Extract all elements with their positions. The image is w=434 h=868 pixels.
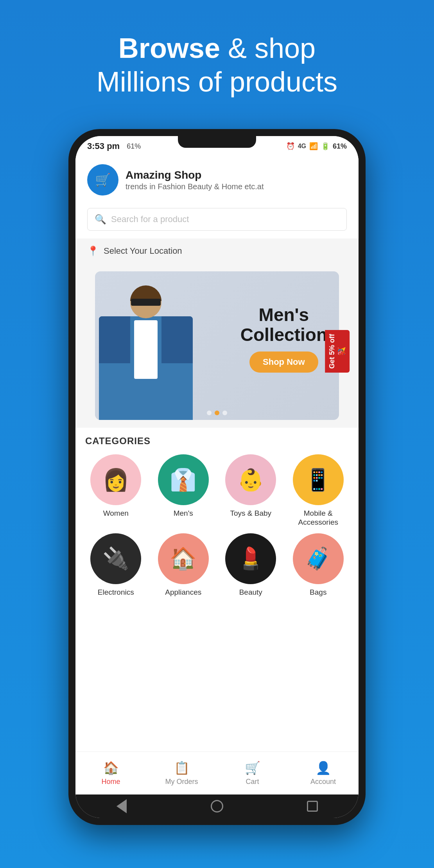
category-beauty[interactable]: 💄 Beauty <box>220 533 282 597</box>
electronics-icon: 🔌 <box>102 546 129 571</box>
category-mens[interactable]: 👔 Men's <box>153 454 214 527</box>
mobile-icon: 📱 <box>305 467 332 493</box>
battery-pct-right: 61% <box>333 142 347 151</box>
banner-figure <box>95 279 197 420</box>
categories-row-1: 👩 Women 👔 Men's 👶 Toys & <box>85 454 349 527</box>
category-appliances-image: 🏠 <box>158 533 209 584</box>
category-appliances-label: Appliances <box>165 588 201 597</box>
search-input-wrap[interactable]: 🔍 Search for a product <box>87 208 347 231</box>
nav-orders-label: My Orders <box>165 778 198 786</box>
cart-icon: 🛒 <box>95 172 111 187</box>
category-toys-label: Toys & Baby <box>230 509 271 518</box>
phone-notch <box>178 136 256 148</box>
toys-icon: 👶 <box>237 467 264 493</box>
category-electronics-image: 🔌 <box>90 533 141 584</box>
account-icon: 👤 <box>316 760 331 775</box>
appliances-icon: 🏠 <box>170 546 197 571</box>
category-bags-label: Bags <box>310 588 326 597</box>
dot-1 <box>207 411 212 415</box>
category-mobile-label: Mobile &Accessories <box>298 509 338 527</box>
category-toys-image: 👶 <box>225 454 276 505</box>
gesture-bar <box>75 794 359 818</box>
phone-screen: 3:53 pm 61% ⏰ 4G 📶 🔋 61% 🛒 Amazing Shop … <box>75 136 359 818</box>
search-placeholder: Search for a product <box>111 214 189 224</box>
category-bags-image: 🧳 <box>293 533 344 584</box>
figure-shirt <box>134 320 158 379</box>
dot-3 <box>222 411 227 415</box>
category-toys[interactable]: 👶 Toys & Baby <box>220 454 282 527</box>
network-icon: 4G <box>298 143 306 150</box>
category-women-label: Women <box>103 509 129 518</box>
nav-cart-label: Cart <box>246 778 259 786</box>
nav-cart[interactable]: 🛒 Cart <box>217 752 288 794</box>
category-women[interactable]: 👩 Women <box>85 454 147 527</box>
banner-title: Men'sCollection <box>240 305 327 344</box>
orders-icon: 📋 <box>174 760 190 775</box>
figure-lapel-left <box>99 316 130 363</box>
nav-account[interactable]: 👤 Account <box>288 752 359 794</box>
category-mens-image: 👔 <box>158 454 209 505</box>
categories-row-2: 🔌 Electronics 🏠 Appliances 💄 <box>85 533 349 597</box>
nav-home[interactable]: 🏠 Home <box>75 752 146 794</box>
figure-glasses <box>131 299 161 306</box>
bottom-nav: 🏠 Home 📋 My Orders 🛒 Cart 👤 Account <box>75 751 359 794</box>
category-electronics-label: Electronics <box>98 588 134 597</box>
status-battery-left: 61% <box>127 142 141 151</box>
app-name: Amazing Shop <box>126 169 264 181</box>
category-bags[interactable]: 🧳 Bags <box>288 533 349 597</box>
back-icon <box>117 799 127 813</box>
app-logo: 🛒 <box>87 164 118 195</box>
category-mens-label: Men's <box>174 509 193 518</box>
category-beauty-label: Beauty <box>239 588 262 597</box>
nav-orders[interactable]: 📋 My Orders <box>146 752 217 794</box>
home-button[interactable] <box>210 799 224 813</box>
nav-home-label: Home <box>101 778 120 786</box>
banner[interactable]: Men'sCollection Shop Now <box>95 271 339 420</box>
banner-content: Men'sCollection Shop Now <box>95 271 339 420</box>
beauty-icon: 💄 <box>237 546 264 571</box>
cart-nav-icon: 🛒 <box>245 760 260 775</box>
home-icon: 🏠 <box>103 760 119 775</box>
hero-bold-text: Browse <box>118 32 220 64</box>
promo-icon: 🎉 <box>338 347 346 356</box>
home-gesture-icon <box>211 800 223 812</box>
shop-now-button[interactable]: Shop Now <box>249 352 318 373</box>
category-beauty-image: 💄 <box>225 533 276 584</box>
back-button[interactable] <box>115 799 129 813</box>
hero-header: Browse & shop Millions of products <box>0 31 434 99</box>
status-icons: ⏰ 4G 📶 🔋 61% <box>286 142 347 151</box>
categories-section: CATEGORIES 👩 Women 👔 Men's <box>75 428 359 604</box>
category-electronics[interactable]: 🔌 Electronics <box>85 533 147 597</box>
location-pin-icon: 📍 <box>87 246 99 256</box>
banner-text-area: Men'sCollection Shop Now <box>240 305 327 373</box>
category-mobile-image: 📱 <box>293 454 344 505</box>
location-bar[interactable]: 📍 Select Your Location <box>75 239 359 264</box>
phone-frame: 3:53 pm 61% ⏰ 4G 📶 🔋 61% 🛒 Amazing Shop … <box>68 129 366 825</box>
category-mobile[interactable]: 📱 Mobile &Accessories <box>288 454 349 527</box>
nav-account-label: Account <box>310 778 336 786</box>
status-time: 3:53 pm <box>87 141 120 151</box>
bags-icon: 🧳 <box>305 546 332 571</box>
women-icon: 👩 <box>102 467 129 493</box>
promo-text: Get 5% off <box>328 334 337 369</box>
figure-lapel-right <box>161 316 193 363</box>
category-appliances[interactable]: 🏠 Appliances <box>153 533 214 597</box>
promo-tab[interactable]: Get 5% off 🎉 <box>325 330 350 373</box>
alarm-icon: ⏰ <box>286 142 295 151</box>
recents-icon <box>307 801 318 812</box>
scrollable-content: CATEGORIES 👩 Women 👔 Men's <box>75 428 359 751</box>
app-tagline: trends in Fashion Beauty & Home etc.at <box>126 182 264 191</box>
hero-normal-text: & shop <box>228 32 316 64</box>
category-women-image: 👩 <box>90 454 141 505</box>
banner-container: Men'sCollection Shop Now Get 5% off 🎉 <box>85 267 349 424</box>
location-text: Select Your Location <box>104 246 182 256</box>
banner-dots <box>207 411 227 415</box>
search-icon: 🔍 <box>95 214 106 225</box>
signal-icon: 📶 <box>309 142 318 151</box>
categories-title: CATEGORIES <box>85 436 349 447</box>
recents-button[interactable] <box>305 799 319 813</box>
mens-icon: 👔 <box>170 467 197 493</box>
hero-subtitle: Millions of products <box>0 65 434 99</box>
search-bar: 🔍 Search for a product <box>75 203 359 239</box>
app-info: Amazing Shop trends in Fashion Beauty & … <box>126 169 264 191</box>
